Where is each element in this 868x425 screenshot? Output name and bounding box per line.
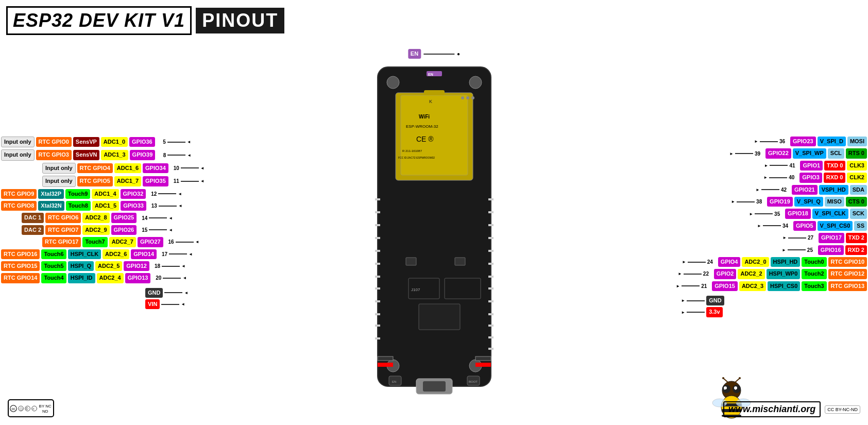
cc-badge: cc ⓘ © = BY NC ND	[8, 399, 54, 417]
gpio27: GPIO27	[138, 237, 163, 247]
pin-row-gpio22: ► 39 GPIO22 V_SPI_WP SCL RTS 0	[676, 148, 867, 158]
pin-row-gpio18: ► 35 GPIO18 V_SPI_CLK SCK	[676, 209, 867, 218]
svg-text:WiFi: WiFi	[419, 114, 430, 120]
gpio39: GPIO39	[130, 150, 156, 160]
svg-text:-: -	[724, 386, 725, 392]
input-only-3: Input only	[42, 176, 76, 186]
v-spi-cs0: V_SPI_CS0	[818, 221, 853, 231]
vin-label: VIN	[145, 299, 160, 309]
v-spi-q: V_SPI_Q	[794, 197, 823, 207]
scl: SCL	[828, 148, 844, 158]
rtc-gpio0: RTC GPIO0	[36, 137, 72, 147]
sda: SDA	[850, 185, 867, 195]
pin-row-gpio16: ► 25 GPIO16 RXD 2	[676, 245, 867, 255]
svg-rect-43	[455, 258, 465, 265]
footer-right: www.mischianti.org CC BY-NC-ND	[723, 401, 860, 417]
rtc-gpio12: RTC GPIO12	[828, 269, 867, 279]
dac1: DAC 1	[22, 213, 44, 223]
pin-row-gpio34: Input only RTC GPIO4 ADC1_6 GPIO34 10 ◄	[42, 163, 205, 174]
pin-num-r-36: 36	[779, 139, 789, 144]
rtc-gpio9: RTC GPIO9	[1, 189, 37, 199]
gnd-left-label: GND	[145, 288, 163, 298]
svg-rect-15	[375, 224, 380, 226]
svg-rect-13	[375, 198, 380, 200]
adc1-0: ADC1_0	[101, 137, 128, 147]
svg-point-58	[471, 96, 474, 99]
pin-row-gpio2: ► 22 GPIO2 ADC2_2 HSPI_WP0 Touch2 RTC GP…	[676, 269, 867, 279]
svg-rect-45	[423, 381, 446, 392]
pin-num-r-24: 24	[707, 259, 717, 265]
svg-rect-22	[375, 313, 380, 315]
pin-row-gpio21: ► 42 GPIO21 VSPI_HD SDA	[676, 185, 867, 195]
pin-num-r-22: 22	[703, 271, 712, 277]
adc2-7: ADC2_7	[109, 237, 136, 247]
cc-license-small: CC BY-NC-ND	[825, 405, 860, 414]
rtc-gpio7: RTC GPIO7	[45, 225, 81, 235]
rtc-gpio6: RTC GPIO6	[45, 213, 81, 223]
pin-num-r-38: 38	[756, 199, 765, 205]
svg-text:J107: J107	[411, 287, 420, 292]
rxd0: RXD 0	[824, 173, 845, 182]
gnd-right-label: GND	[706, 296, 724, 305]
pin-num-r-25: 25	[807, 247, 816, 253]
touch5: Touch5	[41, 261, 66, 271]
svg-rect-33	[488, 300, 493, 302]
gpio5: GPIO5	[793, 221, 816, 231]
svg-text:cc: cc	[11, 406, 15, 410]
adc2-8: ADC2_8	[82, 213, 109, 223]
touch7: Touch7	[82, 237, 107, 247]
title-main: ESP32 DEV KIT V1	[6, 6, 192, 35]
svg-rect-16	[375, 237, 380, 239]
svg-text:©: ©	[26, 406, 28, 410]
ss: SS	[854, 221, 867, 231]
rtc-gpio3: RTC GPIO3	[36, 150, 72, 160]
gpio13: GPIO13	[125, 273, 151, 283]
gpio36: GPIO36	[129, 137, 155, 147]
adc1-5: ADC1_5	[92, 201, 119, 211]
pin-row-gpio26: DAC 2 RTC GPIO7 ADC2_9 GPIO26 15 ◄	[22, 225, 205, 235]
input-only-2: Input only	[42, 163, 76, 174]
pin-row-gpio32: RTC GPIO9 Xtal32P Touch9 ADC1_4 GPIO32 1…	[1, 189, 205, 199]
gpio14: GPIO14	[131, 249, 157, 259]
dac2: DAC 2	[22, 225, 44, 235]
adc2-3: ADC2_3	[739, 281, 766, 291]
svg-rect-42	[406, 258, 416, 265]
rtc-gpio5: RTC GPIO5	[77, 176, 113, 186]
board-diagram: WiFi ESP-WROOM-32 CE ® R 211-161087 FCC …	[367, 52, 501, 402]
pin-row-v33: ► 3.3v	[681, 307, 722, 317]
pin-row-gpio5: ► 34 GPIO5 V_SPI_CS0 SS	[676, 221, 867, 231]
v-spi-d: V_SPI_D	[818, 137, 846, 146]
en-label: EN	[408, 49, 421, 59]
adc2-5: ADC2_5	[95, 261, 122, 271]
hspi-clk: HSPI_CLK	[68, 249, 101, 259]
svg-rect-6	[401, 95, 468, 175]
gpio18: GPIO18	[785, 209, 811, 218]
gpio22: GPIO22	[765, 148, 791, 158]
pin-row-gnd-left: GND ◄	[145, 288, 205, 298]
pin-num-16: 16	[165, 239, 174, 245]
pin-row-gpio36: Input only RTC GPIO0 SensVP ADC1_0 GPIO3…	[1, 137, 205, 147]
svg-rect-19	[375, 276, 380, 278]
pin-row-gpio25: DAC 1 RTC GPIO6 ADC2_8 GPIO25 14 ◄	[22, 213, 205, 223]
svg-rect-18	[375, 263, 380, 265]
svg-rect-52	[378, 356, 393, 361]
pin-row-gpio33: RTC GPIO8 Xtal32N Touch8 ADC1_5 GPIO33 1…	[1, 201, 205, 211]
svg-rect-14	[375, 211, 380, 213]
svg-text:FCC ID:2AC7Z-ESPWROOM32: FCC ID:2AC7Z-ESPWROOM32	[398, 156, 435, 159]
rtc-gpio10: RTC GPIO10	[828, 257, 867, 267]
pin-num-20: 20	[152, 275, 161, 281]
pin-num-14: 14	[138, 215, 147, 221]
title-pinout: PINOUT	[196, 8, 284, 33]
gpio33: GPIO33	[121, 201, 146, 211]
gpio16: GPIO16	[818, 245, 844, 255]
gpio21: GPIO21	[792, 185, 818, 195]
rtc-gpio14: RTC GPIO14	[1, 273, 40, 283]
svg-point-76	[739, 377, 741, 379]
svg-rect-37	[488, 348, 493, 350]
gpio25: GPIO25	[111, 213, 137, 223]
right-pins-container: ► 36 GPIO23 V_SPI_D MOSI ► 39 GPIO22 V_S…	[676, 137, 867, 317]
svg-text:ⓘ: ⓘ	[20, 406, 23, 410]
svg-text:R 211-161087: R 211-161087	[402, 149, 422, 152]
svg-rect-35	[488, 325, 493, 327]
adc2-9: ADC2_9	[82, 225, 109, 235]
